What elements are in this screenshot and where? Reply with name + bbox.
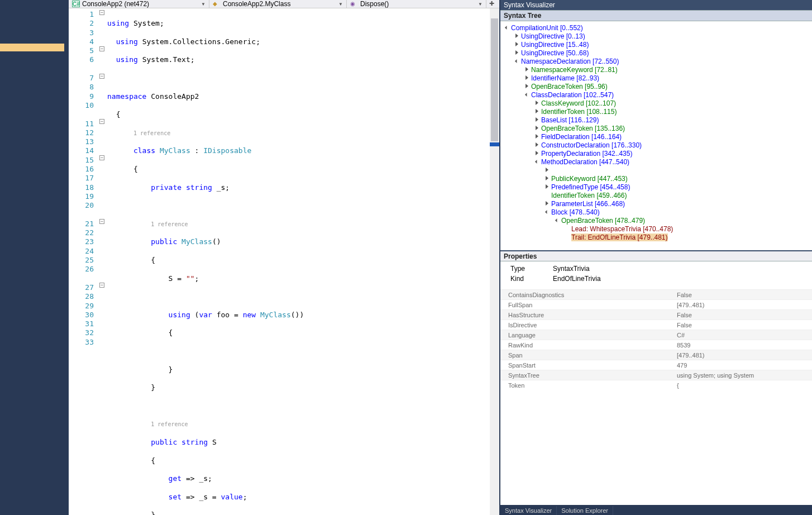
tree-twisty-icon[interactable] <box>545 176 550 181</box>
tree-twisty-icon[interactable] <box>535 134 540 139</box>
nav-member-dropdown[interactable]: ◉ Dispose() ▼ <box>347 0 486 8</box>
tree-twisty-icon[interactable] <box>565 226 570 231</box>
tree-node-label: BaseList [116..129) <box>541 116 599 124</box>
tree-node[interactable]: UsingDirective [0..13) <box>501 32 811 40</box>
properties-grid[interactable]: ContainsDiagnosticsFalseFullSpan[479..48… <box>500 289 812 505</box>
fold-toggle[interactable] <box>99 283 104 288</box>
tree-node[interactable]: UsingDirective [15..48) <box>501 40 811 49</box>
tab-solution-explorer[interactable]: Solution Explorer <box>557 506 613 515</box>
tree-node-label: ParameterList [466..468) <box>551 200 625 208</box>
csharp-project-icon: C# <box>72 1 80 7</box>
line-number-gutter: 123456 78910 11121314151617181920 212223… <box>69 8 99 515</box>
tree-node[interactable]: OpenBraceToken [135..136) <box>501 124 811 132</box>
indicator-highlight <box>0 44 64 51</box>
tree-node[interactable]: MethodDeclaration [447..540) <box>501 158 811 166</box>
tree-node-label: NamespaceKeyword [72..81) <box>531 66 618 74</box>
fold-toggle[interactable] <box>99 155 104 160</box>
tree-node[interactable]: ClassDeclaration [102..547) <box>501 90 811 99</box>
tree-twisty-icon[interactable] <box>525 84 530 89</box>
fold-toggle[interactable] <box>99 219 104 224</box>
tree-node[interactable]: IdentifierName [82..93) <box>501 74 811 82</box>
scrollbar-thumb[interactable] <box>491 18 498 141</box>
property-grid-row[interactable]: Span[479..481) <box>500 350 812 360</box>
property-grid-row[interactable]: LanguageC# <box>500 330 812 340</box>
tree-node-label: PredefinedType [454..458) <box>551 183 630 191</box>
tree-node[interactable]: PublicKeyword [447..453) <box>501 174 811 183</box>
property-grid-row[interactable]: IsDirectiveFalse <box>500 320 812 330</box>
left-gutter <box>0 0 69 515</box>
tree-node[interactable]: OpenBraceToken [478..479) <box>501 216 811 225</box>
syntax-tree[interactable]: CompilationUnit [0..552)UsingDirective [… <box>500 21 812 250</box>
tree-node[interactable]: ConstructorDeclaration [176..330) <box>501 141 811 149</box>
tree-twisty-icon[interactable] <box>535 142 540 147</box>
nav-project-dropdown[interactable]: C# ConsoleApp2 (net472) ▼ <box>69 0 209 8</box>
property-grid-value: using System; using System <box>677 372 812 379</box>
scrollbar-marker <box>490 142 499 146</box>
tree-node[interactable]: Lead: WhitespaceTrivia [470..478) <box>501 225 811 233</box>
tree-node[interactable]: CompilationUnit [0..552) <box>501 23 811 32</box>
tree-node-label: ClassDeclaration [102..547) <box>531 91 614 99</box>
fold-toggle[interactable] <box>99 46 104 51</box>
tree-twisty-icon[interactable] <box>535 101 540 106</box>
tree-twisty-icon[interactable] <box>515 42 520 47</box>
tree-node[interactable]: PredefinedType [454..458) <box>501 183 811 191</box>
tree-node[interactable]: NamespaceDeclaration [72..550) <box>501 57 811 65</box>
tree-node-label: IdentifierName [82..93) <box>531 74 599 82</box>
tree-twisty-icon[interactable] <box>545 209 550 214</box>
property-grid-row[interactable]: Token{ <box>500 380 812 390</box>
fold-gutter <box>99 8 107 515</box>
tree-twisty-icon[interactable] <box>535 126 540 131</box>
split-button[interactable]: ✚ <box>486 0 496 8</box>
tree-node[interactable]: ClassKeyword [102..107) <box>501 99 811 107</box>
tree-node-label: IdentifierToken [108..115) <box>541 108 617 116</box>
tree-twisty-icon[interactable] <box>525 75 530 80</box>
tree-twisty-icon[interactable] <box>545 184 550 189</box>
tree-node[interactable]: Trail: EndOfLineTrivia [479..481) <box>501 233 811 241</box>
nav-class-dropdown[interactable]: ◆ ConsoleApp2.MyClass ▼ <box>209 0 347 8</box>
navigation-bar: C# ConsoleApp2 (net472) ▼ ◆ ConsoleApp2.… <box>69 0 499 8</box>
tree-twisty-icon[interactable] <box>515 50 520 55</box>
tree-twisty-icon[interactable] <box>535 117 540 122</box>
tree-twisty-icon[interactable] <box>535 109 540 114</box>
vertical-scrollbar[interactable] <box>490 8 499 515</box>
tree-twisty-icon[interactable] <box>545 168 550 173</box>
property-grid-row[interactable]: FullSpan[479..481) <box>500 299 812 309</box>
tree-twisty-icon[interactable] <box>545 193 550 198</box>
property-grid-row[interactable]: HasStructureFalse <box>500 309 812 320</box>
property-grid-row[interactable]: SpanStart479 <box>500 360 812 370</box>
tree-node[interactable]: ParameterList [466..468) <box>501 199 811 208</box>
tree-node[interactable]: IdentifierToken [108..115) <box>501 107 811 116</box>
property-grid-row[interactable]: RawKind8539 <box>500 340 812 350</box>
tree-twisty-icon[interactable] <box>545 201 550 206</box>
tree-node[interactable]: UsingDirective [50..68) <box>501 49 811 57</box>
tree-twisty-icon[interactable] <box>535 151 540 156</box>
tree-node[interactable]: IdentifierToken [459..466) <box>501 191 811 199</box>
tree-node[interactable]: PropertyDeclaration [342..435) <box>501 149 811 158</box>
tree-node[interactable]: FieldDeclaration [146..164) <box>501 132 811 141</box>
tree-twisty-icon[interactable] <box>555 218 560 223</box>
tree-twisty-icon[interactable] <box>515 59 520 64</box>
syntax-tree-header: Syntax Tree <box>500 10 812 21</box>
tree-twisty-icon[interactable] <box>565 235 570 240</box>
fold-toggle[interactable] <box>99 119 104 124</box>
tree-twisty-icon[interactable] <box>535 159 540 164</box>
fold-toggle[interactable] <box>99 10 104 15</box>
tree-node-label: IdentifierToken [459..466) <box>551 192 627 199</box>
tree-twisty-icon[interactable] <box>525 67 530 72</box>
tree-node[interactable]: Block [478..540) <box>501 208 811 216</box>
code-editor[interactable]: 123456 78910 11121314151617181920 212223… <box>69 8 499 515</box>
tree-node[interactable]: NamespaceKeyword [72..81) <box>501 65 811 74</box>
code-content[interactable]: using System; using System.Collections.G… <box>107 8 490 515</box>
tree-node[interactable]: OpenBraceToken [95..96) <box>501 82 811 90</box>
tab-syntax-visualizer[interactable]: Syntax Visualizer <box>500 506 557 515</box>
tree-twisty-icon[interactable] <box>525 92 530 97</box>
property-grid-row[interactable]: ContainsDiagnosticsFalse <box>500 289 812 299</box>
tree-node[interactable] <box>501 166 811 174</box>
tree-twisty-icon[interactable] <box>515 34 520 39</box>
tree-twisty-icon[interactable] <box>505 25 510 30</box>
tree-node[interactable]: BaseList [116..129) <box>501 116 811 124</box>
tree-node-label: OpenBraceToken [135..136) <box>541 125 625 132</box>
property-grid-row[interactable]: SyntaxTreeusing System; using System <box>500 370 812 380</box>
fold-toggle[interactable] <box>99 74 104 79</box>
tree-node-label: OpenBraceToken [95..96) <box>531 83 608 90</box>
